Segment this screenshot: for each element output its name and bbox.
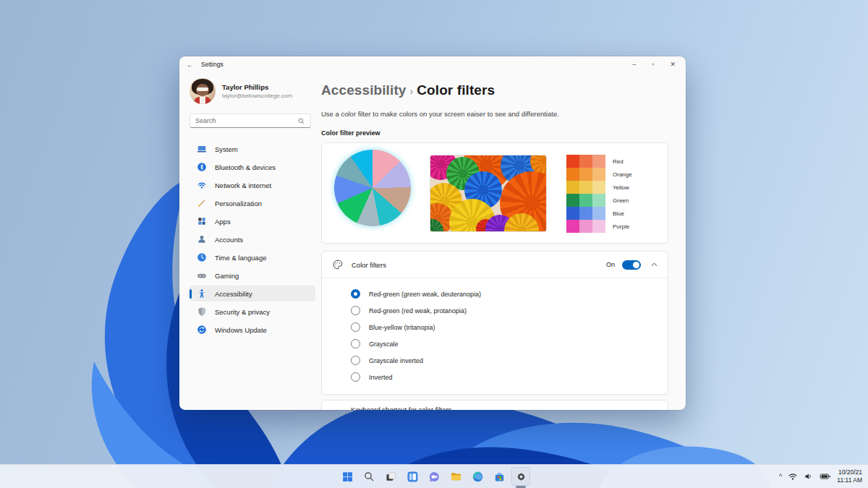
sidebar-item-system[interactable]: System — [190, 141, 315, 157]
palette-swatch — [566, 155, 579, 168]
breadcrumb-parent[interactable]: Accessibility — [321, 82, 406, 98]
filter-option-red-green-red-weak-protanopia[interactable]: Red-green (red weak, protanopia) — [351, 302, 668, 319]
palette-row-red: Red — [566, 155, 632, 168]
filter-option-grayscale-inverted[interactable]: Grayscale inverted — [351, 352, 668, 369]
taskbar-search-icon[interactable] — [359, 467, 378, 486]
filter-option-inverted[interactable]: Inverted — [351, 369, 668, 385]
radio-label: Red-green (green weak, deuteranopia) — [369, 291, 481, 298]
palette-row-orange: Orange — [566, 168, 632, 181]
palette-swatch — [592, 181, 605, 194]
window-title: Settings — [201, 61, 224, 68]
battery-icon[interactable] — [820, 472, 831, 481]
chevron-up-icon[interactable] — [651, 262, 658, 267]
minimize-button[interactable]: – — [632, 61, 636, 68]
palette-swatch — [579, 194, 592, 207]
page-title: Color filters — [417, 82, 495, 98]
keyboard-shortcut-label: Keyboard shortcut for color filters — [351, 406, 520, 410]
search-placeholder: Search — [195, 117, 216, 124]
palette-row-yellow: Yellow — [566, 181, 632, 194]
color-filters-toggle[interactable] — [622, 260, 641, 270]
apps-icon — [197, 216, 207, 226]
palette-icon — [332, 259, 344, 270]
color-filters-card: Color filters On Red-green (green weak, … — [321, 251, 668, 395]
palette-swatch — [579, 155, 592, 168]
search-icon — [297, 117, 305, 125]
palette-swatch — [592, 207, 605, 220]
sidebar-item-accounts[interactable]: Accounts — [190, 231, 315, 247]
radio-button[interactable] — [351, 289, 360, 299]
palette-swatch — [592, 168, 605, 181]
sidebar-item-gaming[interactable]: Gaming — [190, 267, 315, 283]
keyboard-shortcut-card: Keyboard shortcut for color filters Pres… — [321, 400, 668, 410]
taskbar-store-icon[interactable] — [490, 467, 509, 486]
palette-swatch — [566, 194, 579, 207]
maximize-button[interactable]: ▫ — [652, 61, 654, 68]
palette-label: Green — [613, 197, 629, 204]
palette-row-green: Green — [566, 194, 632, 207]
wifi-icon[interactable] — [788, 472, 798, 481]
sidebar-item-label: Network & internet — [215, 181, 271, 189]
sidebar-item-personalization[interactable]: Personalization — [190, 195, 315, 211]
taskbar-start-icon[interactable] — [338, 467, 357, 486]
clock[interactable]: 10/20/21 11:11 AM — [837, 468, 862, 484]
palette-swatch — [579, 181, 592, 194]
taskbar-settings-icon[interactable] — [511, 467, 530, 486]
filter-options-list: Red-green (green weak, deuteranopia)Red-… — [322, 278, 668, 394]
volume-icon[interactable] — [804, 472, 814, 481]
settings-window: ← Settings – ▫ ✕ Taylor Phillips taylor@… — [179, 56, 686, 410]
sidebar-item-label: Accessibility — [215, 290, 252, 298]
taskbar-edge-icon[interactable] — [468, 467, 487, 486]
back-button[interactable]: ← — [187, 61, 194, 69]
breadcrumb: Accessibility›Color filters — [321, 82, 668, 98]
palette-swatch — [579, 207, 592, 220]
tray-chevron-up-icon[interactable]: ^ — [779, 473, 782, 480]
close-button[interactable]: ✕ — [670, 61, 676, 68]
palette-label: Purple — [613, 223, 629, 230]
palette-row-purple: Purple — [566, 220, 632, 233]
radio-button[interactable] — [351, 306, 360, 315]
color-filters-state: On — [606, 261, 615, 268]
sidebar-item-label: Gaming — [215, 272, 239, 280]
sidebar-item-label: Accounts — [215, 236, 243, 244]
filter-option-blue-yellow-tritanopia[interactable]: Blue-yellow (tritanopia) — [351, 319, 668, 335]
search-input[interactable]: Search — [190, 114, 311, 128]
radio-button[interactable] — [351, 356, 360, 365]
taskbar-chat-icon[interactable] — [425, 467, 443, 486]
tray-date: 10/20/21 — [837, 468, 862, 476]
main-content: Accessibility›Color filters Use a color … — [321, 72, 686, 410]
accounts-icon — [197, 234, 207, 244]
palette-swatch — [566, 207, 579, 220]
radio-label: Inverted — [369, 374, 393, 381]
taskbar-task-view-icon[interactable] — [381, 467, 400, 486]
sidebar-item-network-internet[interactable]: Network & internet — [190, 177, 315, 193]
radio-button[interactable] — [351, 372, 360, 382]
user-email: taylor@bellowscollege.com — [222, 93, 292, 99]
palette-swatch — [579, 220, 592, 233]
sidebar-item-label: Bluetooth & devices — [215, 163, 276, 171]
accessibility-icon — [197, 288, 207, 299]
palette-swatch — [566, 220, 579, 233]
taskbar-widgets-icon[interactable] — [403, 467, 422, 486]
sidebar-item-label: System — [215, 145, 238, 153]
sidebar-item-security-privacy[interactable]: Security & privacy — [190, 304, 315, 320]
security-icon — [197, 307, 207, 317]
radio-button[interactable] — [351, 339, 360, 348]
palette-row-blue: Blue — [566, 207, 632, 220]
filter-option-red-green-green-weak-deuteranopia[interactable]: Red-green (green weak, deuteranopia) — [351, 286, 668, 302]
taskbar-file-explorer-icon[interactable] — [446, 467, 465, 486]
color-filters-header[interactable]: Color filters On — [322, 252, 668, 278]
user-profile[interactable]: Taylor Phillips taylor@bellowscollege.co… — [190, 78, 321, 104]
keyboard-shortcut-toggle[interactable] — [627, 410, 646, 411]
bluetooth-icon — [197, 162, 207, 172]
palette-swatch — [592, 220, 605, 233]
filter-option-grayscale[interactable]: Grayscale — [351, 335, 668, 352]
sidebar-item-apps[interactable]: Apps — [190, 213, 315, 229]
palette-swatch — [566, 168, 579, 181]
sidebar-item-label: Windows Update — [215, 326, 267, 334]
sidebar-item-time-language[interactable]: Time & language — [190, 249, 315, 265]
palette-label: Blue — [613, 210, 624, 217]
sidebar-item-bluetooth-devices[interactable]: Bluetooth & devices — [190, 159, 315, 175]
sidebar-item-windows-update[interactable]: Windows Update — [190, 322, 315, 338]
sidebar-item-accessibility[interactable]: Accessibility — [190, 286, 315, 301]
radio-button[interactable] — [351, 322, 360, 332]
